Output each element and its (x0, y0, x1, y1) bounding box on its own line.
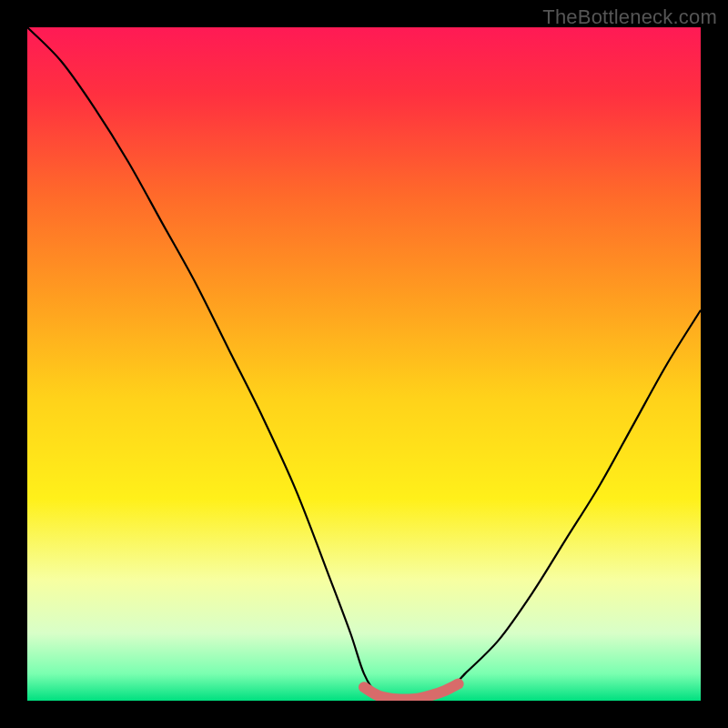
highlight-layer (27, 27, 701, 701)
plot-area (27, 27, 701, 701)
optimal-range-highlight (364, 684, 459, 700)
watermark-text: TheBottleneck.com (542, 5, 717, 29)
